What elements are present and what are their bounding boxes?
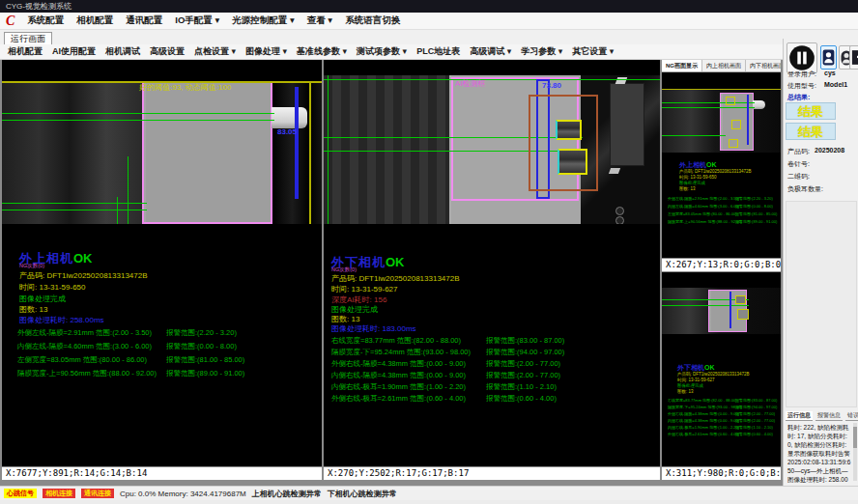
menu-camera-config[interactable]: 相机配置: [76, 14, 113, 27]
tab-inner-top-camera[interactable]: 内上相机画面: [702, 60, 746, 71]
ng-count-line: NG次数(0): [331, 266, 357, 273]
menu-io-config[interactable]: IO手配置 ▾: [175, 14, 219, 27]
tool-baseline-params[interactable]: 基准线参数 ▾: [297, 45, 347, 58]
product-code-label: 产品码:: [787, 147, 810, 156]
model-value[interactable]: Model1: [824, 81, 847, 88]
tool-advanced-settings[interactable]: 高级设置: [150, 45, 185, 58]
app-window: CYG-视觉检测系统 C 系统配置 相机配置 通讯配置 IO手配置 ▾ 光源控制…: [0, 0, 858, 504]
mini-measure-row: 右线宽度=83.77mm 范围:(82.00 - 88.00): [668, 398, 736, 403]
camera-link-badge: 相机连接: [43, 489, 75, 498]
mini-camera-image[interactable]: [662, 89, 781, 153]
tool-plc-address[interactable]: PLC地址表: [416, 45, 460, 58]
alarm-range: 报警范围:(94.00 - 97.00): [486, 348, 564, 357]
frame-count-line: 图数: 13: [19, 304, 47, 315]
measure-row: 外侧左线-隔膜=2.91mm 范围:(2.00 - 3.50): [17, 328, 152, 338]
title-bar: CYG-视觉检测系统: [0, 0, 858, 13]
alarm-range: 报警范围:(83.00 - 87.00): [486, 336, 564, 346]
empty-list-area: [786, 201, 857, 407]
mini-defect-box: [737, 309, 749, 320]
ng-count-line: NG次数(0): [19, 263, 44, 269]
login-user-button[interactable]: [820, 45, 837, 70]
heartbeat-badge: 心跳信号: [4, 489, 37, 498]
exit-button[interactable]: [849, 45, 858, 70]
width-value-label: 73.80: [542, 81, 561, 90]
second-mini-panel[interactable]: 外下相机OK 产品码: DFT1iw2025020813313472B 时间: …: [662, 272, 781, 480]
alarm-range: 报警范围:(89.00 - 91.00): [166, 369, 244, 378]
mini-measure-row: 外侧右线-隔膜=4.38mm 范围:(0.00 - 9.00): [668, 411, 739, 416]
tool-image-process[interactable]: 图像处理 ▾: [245, 45, 287, 58]
menu-view[interactable]: 查看 ▾: [307, 14, 332, 27]
machine-background: [324, 75, 449, 224]
comm-link-badge: 通讯连接: [81, 489, 114, 498]
mini-camera-image[interactable]: [662, 288, 781, 334]
log-scrollbar-thumb[interactable]: [853, 427, 857, 448]
measure-line-green: [662, 135, 726, 136]
tool-other-settings[interactable]: 其它设置 ▾: [572, 45, 614, 58]
middle-camera-image[interactable]: AI检测框 73.80: [324, 75, 660, 224]
measure-row: 内侧右线-极耳=1.90mm 范围:(1.00 - 2.20): [331, 382, 466, 392]
result-ok-badge: OK: [386, 255, 405, 269]
status-bar: 心跳信号 相机连接 通讯连接 Cpu: 0.0% Memory: 3424.41…: [0, 486, 858, 500]
mini-defect-box: [726, 97, 735, 105]
mini-alarm-range: 报警范围:(1.10 - 2.10): [735, 425, 773, 430]
result-box-bottom: 结果: [786, 123, 836, 140]
left-camera-panel[interactable]: 好的阈值:93, 动态阈值:100 83.05 外上相机OK NG次数(0) 产…: [2, 60, 322, 480]
tool-camera-config[interactable]: 相机配置: [8, 45, 43, 58]
tab-ng-display[interactable]: NG画面显示: [662, 60, 702, 71]
result-ok-badge: OK: [73, 251, 93, 266]
mini-done-line: 图像处理完成: [679, 181, 705, 185]
brand-logo-icon: C: [6, 14, 14, 28]
log-scrollbar[interactable]: [853, 423, 857, 481]
screw-detail: [615, 207, 624, 215]
ai-roi-label: AI检测框: [455, 78, 486, 89]
tab-inner-bottom-camera[interactable]: 内下相机画面: [746, 60, 781, 71]
measure-line-green: [324, 79, 660, 80]
measure-row: 隔膜宽度-上=90.56mm 范围:(88.00 - 92.00): [17, 369, 157, 378]
middle-camera-panel[interactable]: AI检测框 73.80 外下相机OK NG次数(0) 产品码: DFT1iw20…: [324, 60, 660, 480]
mini-alarm-range: 报警范围:(89.00 - 91.00): [735, 219, 777, 224]
result-box-top: 结果: [786, 102, 836, 120]
menu-system-config[interactable]: 系统配置: [27, 14, 64, 27]
mini-product-line: 产品码: DFT1iw2025020813313472B: [679, 169, 752, 174]
menu-light-config[interactable]: 光源控制配置 ▾: [232, 14, 294, 27]
ng-display-panel[interactable]: NG画面显示 内上相机画面 内下相机画面 外上相机OK 产品码: DFT1iw2…: [662, 60, 781, 271]
menu-comm-config[interactable]: 通讯配置: [126, 14, 162, 27]
window-title: CYG-视觉检测系统: [6, 2, 72, 11]
lower-camera-warning: 下相机心跳检测异常: [328, 489, 397, 499]
alarm-range: 报警范围:(2.20 - 3.20): [166, 328, 237, 338]
width-measure-bar: [295, 87, 299, 199]
electrode-tab: [272, 107, 307, 128]
run-log-text: 耗时: 222, 缺陷检测耗时: 17, 缺陷分类耗时: 0, 缺陷检测分区耗时…: [787, 423, 851, 492]
detect-zone-box: [529, 95, 598, 191]
info-tab-strip: 运行信息 报警信息 错误信息: [786, 411, 858, 421]
product-code-value: 20250208: [815, 147, 844, 154]
menu-language-switch[interactable]: 系统语言切换: [345, 14, 400, 27]
mini-measure-row: 隔膜宽度-上=90.56mm 范围:(88.00 - 92.00): [668, 219, 742, 224]
tab-error-info[interactable]: 错误信息: [845, 411, 858, 421]
tool-advanced-debug[interactable]: 高级调试 ▾: [470, 45, 511, 58]
alarm-range: 报警范围:(2.00 - 77.00): [486, 371, 560, 380]
toolbar: 相机配置 AI使用配置 相机调试 高级设置 点检设置 ▾ 图像处理 ▾ 基准线参…: [0, 44, 783, 60]
tool-camera-debug[interactable]: 相机调试: [105, 45, 140, 58]
menu-bar: C 系统配置 相机配置 通讯配置 IO手配置 ▾ 光源控制配置 ▾ 查看 ▾ 系…: [0, 13, 858, 30]
mini-done-line: 图像处理完成: [677, 383, 703, 388]
control-panel: 登录用户: cys 使用型号: Model1 总结果: 结果 结果 产品码: 2…: [783, 39, 858, 486]
mini-measure-row: 隔膜宽度-下=95.24mm 范围:(93.00 - 98.00): [668, 405, 742, 409]
mini-measure-row: 左侧宽度=83.05mm 范围:(80.00 - 86.00): [668, 211, 736, 216]
tool-spot-check[interactable]: 点检设置 ▾: [194, 45, 236, 58]
tab-run-info[interactable]: 运行信息: [786, 411, 813, 421]
width-measure-bar: [747, 95, 749, 145]
measure-line-green: [2, 203, 147, 204]
tab-alarm-info[interactable]: 报警信息: [815, 411, 843, 421]
tab-defect-box: [558, 149, 587, 175]
mini-tab-strip: NG画面显示 内上相机画面 内下相机画面: [662, 60, 781, 72]
width-measure-bar: [729, 292, 731, 328]
left-camera-image[interactable]: 好的阈值:93, 动态阈值:100 83.05: [2, 81, 322, 224]
measure-row: 外侧右线-隔膜=4.38mm 范围:(0.00 - 9.00): [331, 359, 466, 369]
measure-line-green: [2, 120, 274, 121]
tool-test-params[interactable]: 测试项参数 ▾: [357, 45, 407, 58]
mini-defect-box: [731, 120, 741, 129]
separator-film-roi: [142, 81, 272, 224]
tool-learning-params[interactable]: 学习参数 ▾: [521, 45, 562, 58]
tool-ai-usage-config[interactable]: AI使用配置: [52, 45, 96, 58]
